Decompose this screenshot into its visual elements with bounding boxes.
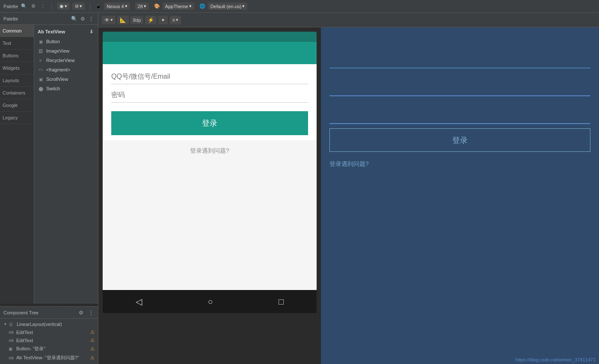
filter-caret: ▾ <box>80 3 82 9</box>
component-label-scrollview: ScrollView <box>46 77 68 82</box>
palette-label: Palette <box>3 4 18 9</box>
component-header-label: Ab TextView <box>38 29 65 34</box>
bp-login-button: 登录 <box>329 128 590 152</box>
search-icon[interactable]: 🔍 <box>21 3 27 10</box>
theme-label: AppTheme <box>165 4 188 9</box>
device-label: Nexus 4 <box>107 4 124 9</box>
phone-nav-bar: ◁ ○ □ <box>103 290 317 313</box>
component-recyclerview[interactable]: ≡ RecyclerView <box>34 56 98 65</box>
component-scrollview[interactable]: ▣ ScrollView <box>34 74 98 84</box>
divider1 <box>51 3 52 10</box>
sidebar-item-common[interactable]: Common <box>0 25 34 37</box>
edittext1-icon: Ab <box>9 330 15 334</box>
nav-back-button[interactable]: ◁ <box>136 296 142 307</box>
more-icon[interactable]: ⋮ <box>39 3 46 10</box>
tree-label-button: Button- "登录" <box>16 346 45 352</box>
lightning-icon: ⚡ <box>148 17 154 23</box>
design-toggle[interactable]: ◉ ▾ <box>57 3 70 10</box>
textview-tree-icon: Ab <box>9 356 15 360</box>
component-switch[interactable]: ⬤ Switch <box>34 84 98 93</box>
component-label-switch: Switch <box>46 86 60 91</box>
theme-section: 🎨 AppTheme ▾ <box>154 3 194 10</box>
design-icon: ◉ <box>59 3 64 9</box>
sidebar-item-legacy[interactable]: Legacy <box>0 112 34 124</box>
blueprint-icon: 📐 <box>120 17 126 23</box>
filter-dropdown[interactable]: ⊘ ▾ <box>72 3 85 10</box>
component-button[interactable]: ▣ Button <box>34 37 98 46</box>
bp-input1 <box>329 73 590 96</box>
palette-settings-icon[interactable]: ⚙ <box>79 15 86 22</box>
login-button[interactable]: 登录 <box>111 111 308 135</box>
palette-more-icon[interactable]: ⋮ <box>88 15 95 22</box>
theme-dropdown[interactable]: AppTheme ▾ <box>163 3 194 10</box>
bp-top-region <box>329 36 590 68</box>
preview-area: 登录 登录遇到问题? ◁ ○ □ <box>98 27 599 364</box>
locale-section: 🌐 Default (en-us) ▾ <box>199 3 248 10</box>
scrollview-icon: ▣ <box>38 76 44 82</box>
bp-input2 <box>329 101 590 124</box>
blueprint-area: 登录 登录遇到问题? <box>321 27 599 364</box>
align-button[interactable]: ≡ ▾ <box>169 16 181 24</box>
eye-icon: 👁 <box>104 17 110 23</box>
phone-frame: 登录 登录遇到问题? ◁ ○ □ <box>103 32 317 313</box>
component-imageview[interactable]: 🖼 ImageView <box>34 46 98 56</box>
nav-home-button[interactable]: ○ <box>208 297 213 307</box>
trouble-link[interactable]: 登录遇到问题? <box>103 140 317 162</box>
wand-button[interactable]: ✦ <box>158 16 168 24</box>
nav-recent-button[interactable]: □ <box>279 297 284 307</box>
sidebar-item-layouts[interactable]: Layouts <box>0 74 34 87</box>
password-field-container <box>111 88 308 103</box>
locale-dropdown[interactable]: Default (en-us) ▾ <box>208 3 248 10</box>
center-content: 👁 ▾ 📐 8dp ⚡ ✦ ≡ ▾ <box>98 13 599 364</box>
right-panel: 登录 登录遇到问题? https://blog.csdn.net/weixin_… <box>321 27 599 364</box>
empty-space <box>103 162 317 290</box>
tree-item-edittext2[interactable]: Ab EditText ⚠ <box>0 336 98 344</box>
view-group: 👁 ▾ 📐 8dp ⚡ ✦ ≡ ▾ <box>102 16 181 24</box>
settings-icon[interactable]: ⚙ <box>30 3 37 10</box>
palette-search-icon[interactable]: 🔍 <box>71 15 77 22</box>
sidebar-item-widgets[interactable]: Widgets <box>0 62 34 74</box>
component-tree-panel: Component Tree ⚙ ⋮ ▼ ☰ LinearLayout(vert… <box>0 306 98 364</box>
device-icon: 📱 <box>95 3 101 9</box>
api-dropdown[interactable]: 28 ▾ <box>135 3 149 10</box>
wand-icon: ✦ <box>161 17 165 23</box>
sidebar-item-buttons[interactable]: Buttons <box>0 50 34 62</box>
palette-icons: 🔍 ⚙ ⋮ <box>71 15 95 22</box>
lightning-button[interactable]: ⚡ <box>145 16 157 24</box>
password-input[interactable] <box>111 88 308 103</box>
tree-body: ▼ ☰ LinearLayout(vertical) Ab EditText ⚠… <box>0 319 98 364</box>
dp-button[interactable]: 8dp <box>130 16 143 24</box>
tree-item-button[interactable]: ▣ Button- "登录" ⚠ <box>0 344 98 353</box>
email-input[interactable] <box>111 69 308 84</box>
tree-settings-icon[interactable]: ⚙ <box>77 309 84 316</box>
component-fragment[interactable]: <> <fragment> <box>34 65 98 74</box>
sidebar-item-containers[interactable]: Containers <box>0 87 34 99</box>
sidebar-item-google[interactable]: Google <box>0 99 34 112</box>
tree-title: Component Tree <box>3 310 74 315</box>
device-dropdown[interactable]: Nexus 4 ▾ <box>104 3 130 10</box>
tree-item-edittext1[interactable]: Ab EditText ⚠ <box>0 328 98 336</box>
tree-more-icon[interactable]: ⋮ <box>88 309 95 316</box>
switch-icon: ⬤ <box>38 86 44 92</box>
design-toolbar: 👁 ▾ 📐 8dp ⚡ ✦ ≡ ▾ <box>98 13 599 27</box>
tree-label-linearlayout: LinearLayout(vertical) <box>17 322 62 327</box>
sidebar-item-text[interactable]: Text <box>0 37 34 50</box>
component-list: Ab TextView ⬇ ▣ Button 🖼 ImageView ≡ Rec… <box>34 25 98 304</box>
top-toolbar: Palette 🔍 ⚙ ⋮ ◉ ▾ ⊘ ▾ 📱 Nexus 4 ▾ 28 ▾ 🎨… <box>0 0 599 13</box>
component-label-fragment: <fragment> <box>46 67 70 72</box>
blueprint-button[interactable]: 📐 <box>117 16 129 24</box>
eye-button[interactable]: 👁 ▾ <box>102 16 116 24</box>
warn-icon-edittext1: ⚠ <box>90 329 95 335</box>
tree-item-textview[interactable]: Ab Ab TextView- "登录遇到问题?" ⚠ <box>0 353 98 362</box>
locale-icon: 🌐 <box>199 3 205 9</box>
component-download-icon[interactable]: ⬇ <box>88 28 95 35</box>
bp-login-label: 登录 <box>452 135 468 145</box>
toggle-section: ◉ ▾ ⊘ ▾ <box>57 3 85 10</box>
url-bar: https://blog.csdn.net/weixin_37411471 <box>512 355 599 364</box>
dp-label: 8dp <box>133 18 141 23</box>
tree-item-linearlayout[interactable]: ▼ ☰ LinearLayout(vertical) <box>0 320 98 328</box>
recyclerview-icon: ≡ <box>38 57 44 63</box>
palette-header: Palette 🔍 ⚙ ⋮ <box>0 13 98 25</box>
bp-trouble-text: 登录遇到问题? <box>329 156 590 172</box>
warn-icon-button: ⚠ <box>90 346 95 352</box>
